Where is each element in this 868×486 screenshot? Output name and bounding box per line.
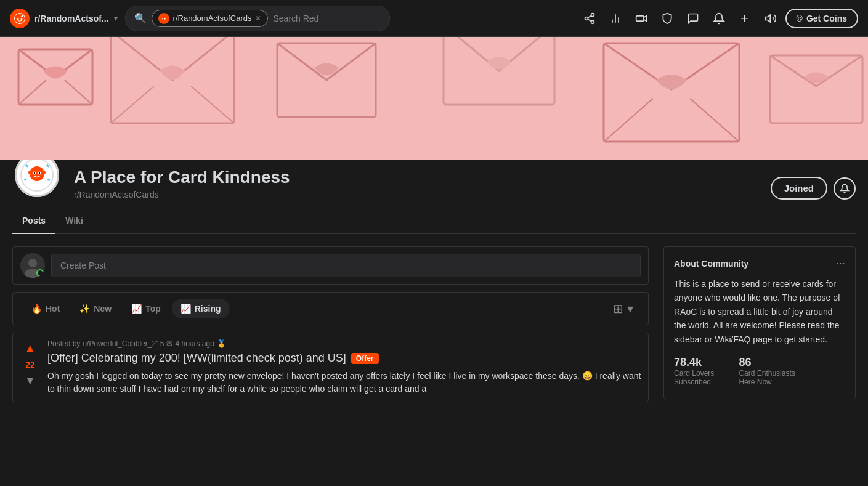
downvote-button[interactable]: ▼ [22, 372, 38, 390]
search-icon: 🔍 [134, 12, 147, 24]
nav-logo[interactable]: r/RandomActsof... ▾ [10, 9, 118, 28]
offer-badge: Offer [351, 353, 379, 364]
post-time: 4 hours ago [175, 339, 214, 348]
svg-marker-18 [644, 15, 646, 20]
subreddit-title: A Place for Card Kindness [74, 168, 758, 187]
svg-point-11 [591, 20, 594, 23]
coins-icon: © [797, 14, 803, 23]
sort-right-controls: ⊞ ▾ [608, 299, 638, 318]
upvote-button[interactable]: ▲ [22, 339, 38, 357]
about-community-description: This is a place to send or receive cards… [674, 277, 845, 346]
about-community-more-button[interactable]: ··· [836, 257, 845, 270]
search-tab[interactable]: r/RandomActsofCards ✕ [152, 10, 269, 27]
post-author-mail-icon: ✉ [166, 339, 172, 348]
post-meta-prefix: Posted by [47, 339, 80, 348]
joined-button[interactable]: Joined [771, 177, 827, 200]
subreddit-header: ★ ★ ★ ★ A Place for Card Kindness r/Rand… [0, 160, 868, 234]
search-input[interactable] [273, 14, 381, 23]
svg-point-44 [37, 270, 43, 276]
nav-stats-icon[interactable] [604, 7, 627, 30]
about-community-card: About Community ··· This is a place to s… [663, 246, 856, 399]
nav-share-icon[interactable] [578, 7, 601, 30]
sidebar: About Community ··· This is a place to s… [663, 246, 856, 402]
svg-point-42 [28, 259, 37, 267]
svg-point-35 [41, 171, 46, 174]
post-meta: Posted by u/Powerful_Cobbler_215 ✉ 4 hou… [47, 339, 642, 348]
svg-marker-19 [765, 15, 770, 22]
nav-shield-icon[interactable] [656, 7, 678, 30]
subreddit-tabs: Posts Wiki [12, 208, 856, 234]
sort-top-button[interactable]: 📈 Top [123, 299, 169, 318]
sort-new-button[interactable]: ✨ New [71, 299, 120, 318]
feed: Create Post 🔥 Hot ✨ New 📈 Top 📈 Rising ⊞… [12, 246, 649, 402]
nav-chat-icon[interactable] [682, 7, 704, 30]
svg-text:★: ★ [46, 163, 50, 169]
subreddit-actions: Joined [771, 177, 856, 200]
card-enthusiasts-value: 86 [739, 356, 795, 369]
post-body: Posted by u/Powerful_Cobbler_215 ✉ 4 hou… [47, 339, 642, 395]
post-card: ▲ 22 ▼ Posted by u/Powerful_Cobbler_215 … [12, 333, 649, 402]
svg-line-12 [588, 19, 591, 21]
nav-bell-icon[interactable] [708, 7, 730, 30]
get-coins-button[interactable]: © Get Coins [785, 9, 858, 28]
main-content: Create Post 🔥 Hot ✨ New 📈 Top 📈 Rising ⊞… [0, 234, 868, 415]
post-vote-controls: ▲ 22 ▼ [19, 339, 41, 395]
get-coins-label: Get Coins [806, 14, 847, 23]
svg-text:★: ★ [25, 163, 29, 169]
svg-point-34 [28, 171, 33, 174]
svg-point-8 [164, 18, 165, 19]
svg-point-33 [39, 172, 40, 174]
sort-hot-button[interactable]: 🔥 Hot [23, 299, 68, 318]
post-author[interactable]: u/Powerful_Cobbler_215 [83, 339, 164, 348]
new-icon: ✨ [79, 304, 90, 314]
card-lovers-value: 78.4k [674, 356, 714, 369]
nav-megaphone-icon[interactable] [760, 7, 782, 30]
card-enthusiasts-label: Card Enthusiasts [739, 369, 795, 378]
tab-posts[interactable]: Posts [12, 208, 55, 234]
card-enthusiasts-sublabel: Here Now [739, 378, 795, 386]
svg-point-2 [17, 18, 19, 20]
nav-video-icon[interactable] [630, 7, 652, 30]
post-title[interactable]: [Offer] Celebrating my 200! [WW(limited … [47, 352, 642, 365]
tab-wiki[interactable]: Wiki [55, 208, 93, 234]
view-layout-button[interactable]: ⊞ ▾ [608, 299, 638, 318]
about-community-title: About Community [674, 259, 748, 269]
post-award-icon: 🏅 [217, 339, 226, 348]
subreddit-title-area: A Place for Card Kindness r/RandomActsof… [74, 168, 758, 200]
svg-text:★: ★ [47, 177, 51, 182]
stat-card-enthusiasts: 86 Card Enthusiasts Here Now [739, 356, 795, 386]
svg-point-9 [591, 13, 594, 16]
subreddit-banner [0, 37, 868, 160]
sort-bar: 🔥 Hot ✨ New 📈 Top 📈 Rising ⊞ ▾ [12, 292, 649, 325]
hot-icon: 🔥 [31, 304, 42, 314]
svg-point-6 [160, 15, 167, 22]
nav-plus-icon[interactable]: + [734, 7, 756, 30]
search-tab-label: r/RandomActsofCards [173, 14, 252, 23]
community-stats: 78.4k Card Lovers Subscribed 86 Card Ent… [674, 356, 845, 386]
top-icon: 📈 [131, 304, 142, 314]
vote-count: 22 [25, 360, 35, 370]
svg-point-32 [34, 172, 35, 174]
topnav: r/RandomActsof... ▾ 🔍 r/RandomActsofCard… [0, 0, 868, 37]
nav-icons: + © Get Coins [578, 7, 858, 30]
svg-point-7 [162, 18, 163, 19]
card-lovers-sublabel: Subscribed [674, 378, 714, 386]
nav-dropdown-icon[interactable]: ▾ [114, 14, 118, 23]
create-post-input[interactable]: Create Post [51, 254, 641, 277]
search-tab-close-icon[interactable]: ✕ [255, 14, 261, 23]
svg-point-10 [585, 17, 588, 20]
svg-point-3 [21, 18, 23, 20]
svg-line-13 [588, 15, 591, 17]
reddit-logo-icon [10, 9, 30, 28]
notification-bell-button[interactable] [834, 177, 856, 200]
nav-subreddit-label: r/RandomActsof... [34, 14, 109, 23]
sort-rising-button[interactable]: 📈 Rising [172, 299, 230, 318]
svg-rect-17 [636, 15, 644, 20]
create-post-avatar [20, 253, 45, 278]
post-preview-text: Oh my gosh I logged on today to see my p… [47, 370, 642, 395]
rising-icon: 📈 [180, 304, 191, 314]
search-bar: 🔍 r/RandomActsofCards ✕ [125, 6, 391, 31]
subreddit-name: r/RandomActsofCards [74, 190, 758, 200]
svg-point-1 [15, 14, 25, 23]
create-post-widget: Create Post [12, 246, 649, 285]
